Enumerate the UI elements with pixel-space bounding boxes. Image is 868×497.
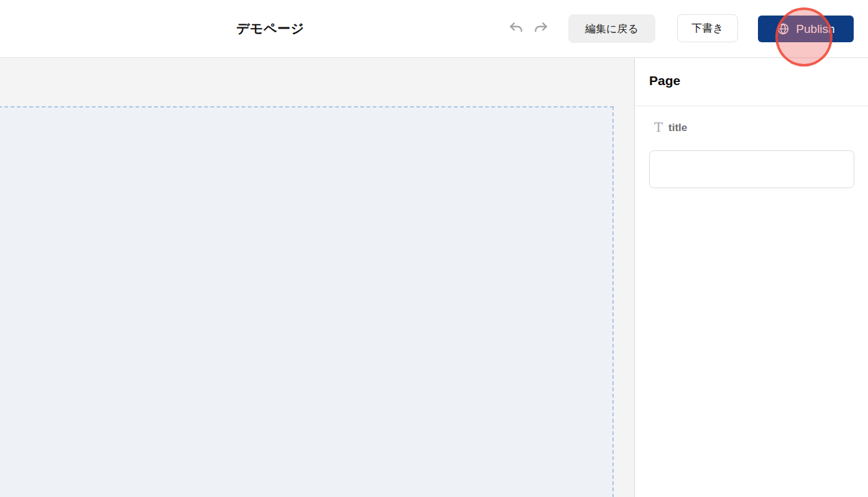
redo-icon: [532, 21, 550, 37]
title-input[interactable]: [649, 150, 854, 188]
globe-icon: [777, 22, 790, 35]
page-title: デモページ: [236, 20, 304, 37]
page-preview-canvas[interactable]: [0, 106, 614, 497]
publish-button[interactable]: Publish: [758, 16, 854, 42]
text-field-icon: T: [654, 121, 663, 134]
draft-status-button[interactable]: 下書き: [677, 14, 738, 42]
redo-button[interactable]: [531, 19, 551, 39]
panel-heading: Page: [649, 73, 680, 88]
title-field-label-row: T title: [654, 121, 687, 134]
preview-toolbar: 63% (Auto): [0, 58, 634, 106]
undo-icon: [507, 21, 525, 37]
page-settings-panel: Page T title: [634, 58, 868, 497]
panel-divider: [635, 106, 868, 106]
back-to-edit-button[interactable]: 編集に戻る: [568, 14, 655, 43]
publish-button-label: Publish: [796, 22, 834, 36]
editor-header: デモページ 編集に戻る 下書き Publish: [0, 0, 868, 58]
title-field-label: title: [668, 122, 687, 134]
undo-button[interactable]: [506, 19, 526, 39]
